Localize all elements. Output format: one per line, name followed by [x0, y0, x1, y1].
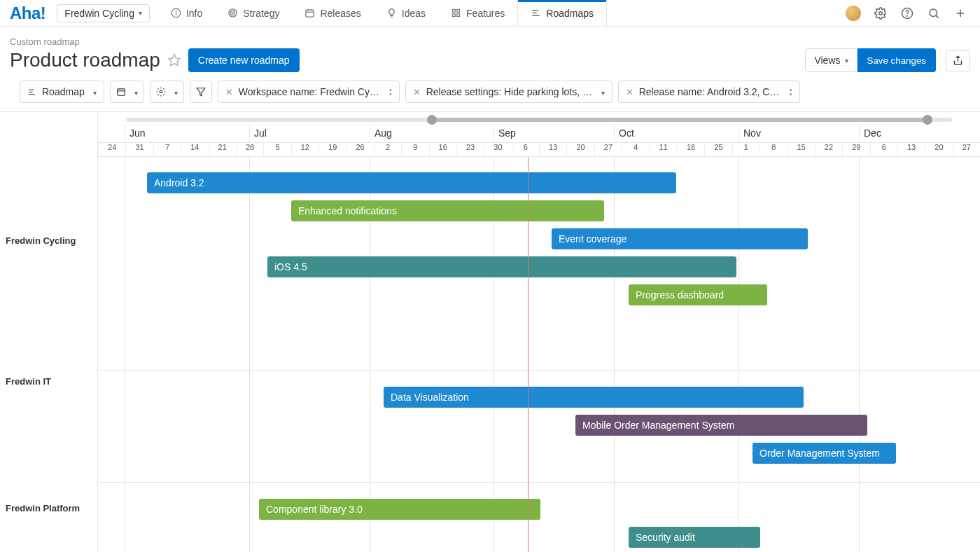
day-label: 29 — [842, 143, 869, 156]
nav-tabs: Info Strategy Releases Ideas Features — [158, 0, 607, 26]
calendar-icon — [116, 87, 126, 97]
month-label: Oct — [614, 125, 738, 142]
gantt-bar[interactable]: iOS 4.5 — [267, 256, 736, 277]
clear-icon[interactable]: ✕ — [225, 87, 233, 97]
gantt-bar[interactable]: Component library 3.0 — [259, 499, 540, 520]
tab-info[interactable]: Info — [158, 0, 215, 26]
sort-icon: ▴▾ — [389, 87, 392, 97]
roadmap-label: Roadmap — [42, 86, 85, 97]
filter-label: Release name: Android 3.2, Compone… — [639, 86, 784, 97]
tab-features[interactable]: Features — [438, 0, 517, 26]
day-label: 11 — [650, 143, 677, 156]
month-label: Nov — [738, 125, 859, 142]
breadcrumb: Custom roadmap — [10, 36, 970, 47]
filter-button[interactable] — [190, 81, 212, 103]
lightbulb-icon — [386, 8, 397, 18]
tab-label: Ideas — [402, 8, 426, 19]
tab-roadmaps[interactable]: Roadmaps — [517, 0, 607, 26]
date-range-slider[interactable] — [126, 118, 952, 122]
share-button[interactable] — [946, 50, 970, 71]
svg-marker-32 — [197, 88, 205, 96]
gantt-bar[interactable]: Data Visualization — [384, 387, 804, 408]
help-icon[interactable] — [900, 6, 914, 20]
views-dropdown[interactable]: Views ▾ — [805, 48, 857, 72]
day-label: 6 — [870, 143, 897, 156]
range-handle-end[interactable] — [923, 115, 932, 125]
tab-label: Roadmaps — [546, 8, 594, 19]
day-label: 24 — [98, 143, 125, 156]
months-row: JunJulAugSepOctNovDec — [98, 125, 980, 143]
gantt-bar[interactable]: Event coverage — [552, 228, 808, 249]
svg-rect-13 — [457, 14, 460, 17]
clear-icon[interactable]: ✕ — [626, 87, 634, 97]
clear-icon[interactable]: ✕ — [413, 87, 421, 97]
day-label: 7 — [153, 143, 181, 156]
svg-point-31 — [160, 90, 162, 93]
tab-releases[interactable]: Releases — [292, 0, 373, 26]
filter-release-settings[interactable]: ✕ Release settings: Hide parking lots, H… — [405, 81, 612, 103]
gantt-bar[interactable]: Security audit — [629, 527, 760, 548]
date-range-button[interactable] — [110, 81, 144, 103]
chevron-down-icon — [90, 86, 97, 97]
gantt-bar[interactable]: Android 3.2 — [147, 172, 676, 193]
page-title: Product roadmap — [10, 49, 160, 71]
day-label: 22 — [815, 143, 842, 156]
tab-label: Strategy — [243, 8, 279, 19]
day-label: 18 — [677, 143, 704, 156]
chevron-down-icon: ▾ — [845, 57, 848, 64]
avatar[interactable] — [846, 6, 861, 21]
tab-label: Info — [186, 8, 202, 19]
gantt-bar[interactable]: Order Management System — [752, 443, 896, 464]
roadmap-icon — [531, 8, 541, 18]
timeline-header: JunJulAugSepOctNovDec 243171421285121926… — [98, 112, 980, 157]
day-label: 27 — [594, 143, 622, 156]
gear-icon[interactable] — [874, 6, 888, 20]
header-actions: Views ▾ Save changes — [805, 48, 970, 72]
svg-rect-12 — [453, 14, 456, 17]
day-label: 16 — [429, 143, 456, 156]
filter-workspace[interactable]: ✕ Workspace name: Fredwin Cycling, Fr… ▴… — [218, 81, 400, 103]
filter-release-name[interactable]: ✕ Release name: Android 3.2, Compone… ▴▾ — [618, 81, 800, 103]
gantt-bar[interactable]: Progress dashboard — [629, 284, 767, 305]
group-label: Fredwin Cycling — [6, 235, 92, 246]
list-icon — [27, 88, 36, 97]
group-label: Fredwin IT — [6, 376, 92, 387]
svg-line-21 — [936, 15, 939, 18]
svg-point-2 — [176, 11, 176, 11]
settings-dropdown[interactable] — [150, 81, 184, 103]
day-label: 12 — [291, 143, 318, 156]
nav-right — [846, 6, 980, 21]
tab-strategy[interactable]: Strategy — [215, 0, 292, 26]
star-icon[interactable] — [167, 53, 181, 67]
range-handle-start[interactable] — [427, 115, 437, 125]
workspace-switcher[interactable]: Fredwin Cycling ▾ — [57, 4, 150, 22]
timeline: Fredwin CyclingFredwin ITFredwin Platfor… — [0, 111, 980, 552]
views-label: Views — [814, 55, 840, 66]
day-label: 28 — [236, 143, 263, 156]
day-label: 27 — [953, 143, 980, 156]
day-label: 8 — [760, 143, 787, 156]
roadmap-dropdown[interactable]: Roadmap — [20, 81, 104, 103]
tab-ideas[interactable]: Ideas — [374, 0, 438, 26]
svg-point-17 — [879, 11, 883, 15]
filter-row: Roadmap ✕ Workspace name: Fredwin Cyclin… — [10, 72, 970, 111]
tab-label: Features — [466, 8, 505, 19]
plus-icon[interactable] — [953, 6, 967, 20]
svg-rect-11 — [457, 10, 460, 13]
gantt-bar[interactable]: Enhanced notifications — [291, 200, 604, 221]
day-label: 30 — [484, 143, 511, 156]
gantt-bar[interactable]: Mobile Order Management System — [575, 415, 867, 436]
create-roadmap-button[interactable]: Create new roadmap — [188, 48, 300, 72]
save-button[interactable]: Save changes — [858, 48, 936, 72]
day-label: 25 — [704, 143, 732, 156]
group-label: Fredwin Platform — [6, 503, 92, 513]
top-nav: Aha! Fredwin Cycling ▾ Info Strategy Rel… — [0, 0, 980, 27]
search-icon[interactable] — [927, 6, 941, 20]
chevron-down-icon — [172, 86, 178, 97]
aha-logo: Aha! — [0, 4, 57, 23]
filter-label: Workspace name: Fredwin Cycling, Fr… — [239, 86, 384, 97]
filter-icon — [196, 87, 206, 97]
day-label: 20 — [925, 143, 952, 156]
day-label: 5 — [263, 143, 290, 156]
day-label: 1 — [732, 143, 760, 156]
